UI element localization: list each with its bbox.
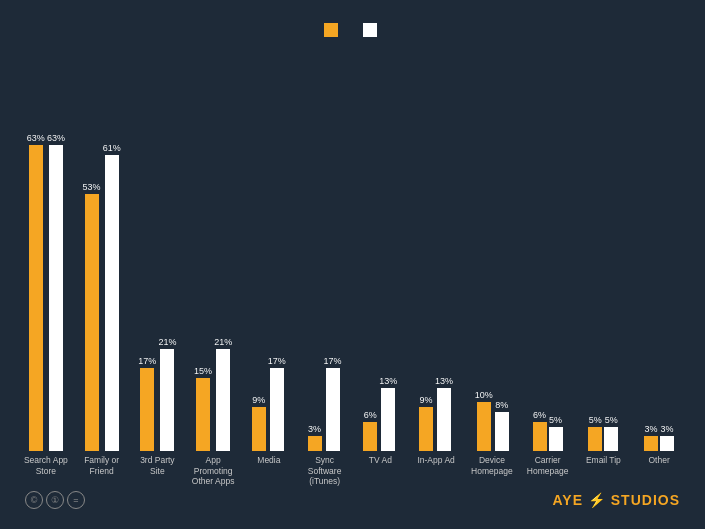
bars-wrapper-4: 9%17%	[243, 47, 295, 451]
appstore-label-6: 13%	[379, 376, 397, 386]
android-bar-container-11: 3%	[644, 47, 658, 451]
appstore-label-7: 13%	[435, 376, 453, 386]
appstore-bar-1	[105, 155, 119, 451]
brand-logo: AYE ⚡ STUDIOS	[552, 492, 680, 508]
appstore-label-5: 17%	[324, 356, 342, 366]
appstore-bar-container-6: 13%	[379, 47, 397, 451]
android-bar-3	[196, 378, 210, 451]
appstore-bar-container-9: 5%	[549, 47, 563, 451]
android-label-9: 6%	[533, 410, 546, 420]
bars-wrapper-3: 15%21%	[187, 47, 239, 451]
appstore-bar-container-0: 63%	[47, 47, 65, 451]
android-bar-11	[644, 436, 658, 451]
bar-group-9: 6%5%	[522, 47, 574, 451]
bars-wrapper-8: 10%8%	[466, 47, 518, 451]
bar-group-4: 9%17%	[243, 47, 295, 451]
appstore-bar-5	[326, 368, 340, 451]
x-label-9: CarrierHomepage	[522, 455, 574, 486]
bars-wrapper-11: 3%3%	[633, 47, 685, 451]
appstore-bar-10	[604, 427, 618, 451]
bars-wrapper-10: 5%5%	[578, 47, 630, 451]
appstore-label-1: 61%	[103, 143, 121, 153]
x-label-7: In-App Ad	[410, 455, 462, 486]
appstore-bar-container-8: 8%	[495, 47, 509, 451]
android-label-6: 6%	[364, 410, 377, 420]
appstore-bar-8	[495, 412, 509, 451]
android-bar-container-7: 9%	[419, 47, 433, 451]
legend	[20, 23, 685, 37]
android-bar-7	[419, 407, 433, 451]
appstore-bar-container-4: 17%	[268, 47, 286, 451]
android-bar-10	[588, 427, 602, 451]
x-label-10: Email Tip	[578, 455, 630, 486]
android-bar-container-0: 63%	[27, 47, 45, 451]
bars-wrapper-6: 6%13%	[355, 47, 407, 451]
appstore-label-11: 3%	[661, 424, 674, 434]
bar-group-5: 3%17%	[299, 47, 351, 451]
android-bar-container-3: 15%	[194, 47, 212, 451]
cc-icons: © ① =	[25, 491, 85, 509]
appstore-bar-container-11: 3%	[660, 47, 674, 451]
bars-wrapper-5: 3%17%	[299, 47, 351, 451]
appstore-bar-container-10: 5%	[604, 47, 618, 451]
bars-section: 63%63%53%61%17%21%15%21%9%17%3%17%6%13%9…	[20, 47, 685, 451]
android-bar-4	[252, 407, 266, 451]
android-bar-2	[140, 368, 154, 451]
appstore-label-10: 5%	[605, 415, 618, 425]
android-bar-6	[363, 422, 377, 451]
android-bar-container-5: 3%	[308, 47, 322, 451]
x-label-0: Search AppStore	[20, 455, 72, 486]
appstore-label-3: 21%	[214, 337, 232, 347]
brand-lightning: ⚡	[588, 492, 606, 508]
android-bar-9	[533, 422, 547, 451]
legend-android	[324, 23, 343, 37]
x-label-1: Family orFriend	[76, 455, 128, 486]
appstore-label-0: 63%	[47, 133, 65, 143]
appstore-bar-container-5: 17%	[324, 47, 342, 451]
x-label-4: Media	[243, 455, 295, 486]
android-label-0: 63%	[27, 133, 45, 143]
appstore-bar-4	[270, 368, 284, 451]
bar-group-1: 53%61%	[76, 47, 128, 451]
x-label-11: Other	[633, 455, 685, 486]
bars-wrapper-0: 63%63%	[20, 47, 72, 451]
android-label-1: 53%	[83, 182, 101, 192]
android-label-10: 5%	[589, 415, 602, 425]
android-bar-container-1: 53%	[83, 47, 101, 451]
bar-group-8: 10%8%	[466, 47, 518, 451]
legend-appstore	[363, 23, 382, 37]
appstore-bar-6	[381, 388, 395, 451]
appstore-label-4: 17%	[268, 356, 286, 366]
appstore-bar-container-7: 13%	[435, 47, 453, 451]
android-bar-0	[29, 145, 43, 451]
bar-group-11: 3%3%	[633, 47, 685, 451]
android-bar-container-9: 6%	[533, 47, 547, 451]
bottom-bar: © ① = AYE ⚡ STUDIOS	[20, 491, 685, 509]
legend-android-color	[324, 23, 338, 37]
bar-group-7: 9%13%	[410, 47, 462, 451]
x-label-6: TV Ad	[355, 455, 407, 486]
appstore-bar-11	[660, 436, 674, 451]
appstore-bar-container-2: 21%	[158, 47, 176, 451]
android-bar-1	[85, 194, 99, 451]
appstore-bar-container-1: 61%	[103, 47, 121, 451]
bars-wrapper-1: 53%61%	[76, 47, 128, 451]
appstore-label-2: 21%	[158, 337, 176, 347]
appstore-label-8: 8%	[495, 400, 508, 410]
android-label-5: 3%	[308, 424, 321, 434]
android-bar-container-4: 9%	[252, 47, 266, 451]
bars-wrapper-7: 9%13%	[410, 47, 462, 451]
bars-wrapper-2: 17%21%	[132, 47, 184, 451]
bar-group-2: 17%21%	[132, 47, 184, 451]
appstore-bar-7	[437, 388, 451, 451]
bars-wrapper-9: 6%5%	[522, 47, 574, 451]
android-label-7: 9%	[420, 395, 433, 405]
cc-icon-eq: =	[67, 491, 85, 509]
x-label-2: 3rd PartySite	[132, 455, 184, 486]
chart-container: 63%63%53%61%17%21%15%21%9%17%3%17%6%13%9…	[0, 0, 705, 529]
android-bar-container-8: 10%	[475, 47, 493, 451]
android-bar-8	[477, 402, 491, 451]
appstore-bar-9	[549, 427, 563, 451]
android-bar-container-6: 6%	[363, 47, 377, 451]
x-label-5: SyncSoftware(iTunes)	[299, 455, 351, 486]
